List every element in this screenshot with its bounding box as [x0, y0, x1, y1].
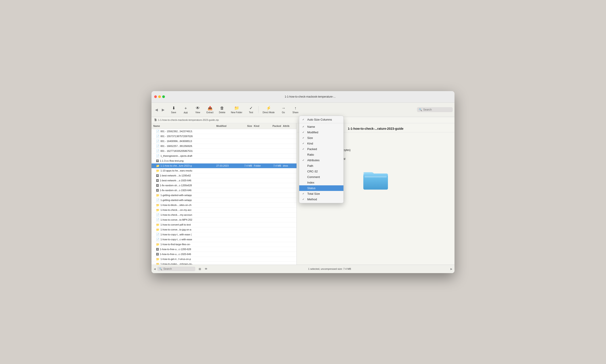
file-name-text: 1-how-to-convert-pdf-to-text — [161, 223, 191, 226]
table-row[interactable]: 📁 1-how-to-get-ri...f-virus-on-p — [151, 257, 296, 262]
minimize-button[interactable] — [158, 95, 161, 98]
menu-item-name[interactable]: ✓Name — [299, 124, 343, 130]
file-name-text: 1-how-to-copy-t...c-with-ease — [161, 238, 192, 241]
table-row[interactable]: 📄 1_theengineerin...ojects-draft — [151, 154, 296, 158]
table-row[interactable]: 📁 1-how-to-conve...to-jpg-on-a — [151, 227, 296, 232]
table-row[interactable]: 📁 1-how-to-find-large-files-on- — [151, 242, 296, 247]
col-header-size[interactable]: Size — [240, 125, 253, 127]
menu-label-packed: Packed — [307, 147, 317, 151]
col-header-packed[interactable]: Packed — [268, 125, 282, 127]
direct-mode-button[interactable]: ⚡ Direct Mode — [260, 105, 277, 115]
file-name-text: 1-how-to-check...-my-accoun — [161, 213, 192, 216]
table-row[interactable]: 📁 1-getting-started-with-setapp — [151, 193, 296, 198]
table-row[interactable]: 📄 1-how-to-conve...to-MP4-202 — [151, 218, 296, 222]
new-folder-label: New Folder — [231, 111, 242, 114]
table-row[interactable]: 📄 001 - 1557371387572097026 — [151, 134, 296, 139]
menu-item-auto-size-columns[interactable]: ✓Auto Size Columns — [299, 117, 343, 122]
menu-item-kind[interactable]: ✓Kind — [299, 141, 343, 146]
menu-item-status[interactable]: Status — [299, 185, 343, 191]
bottom-search[interactable]: 🔍 — [157, 267, 195, 271]
table-row[interactable]: 🖼 1-how-to-free-u...c-1200-628 — [151, 247, 296, 252]
direct-mode-icon: ⚡ — [266, 106, 271, 111]
file-name: 📄 001 - 16652257...991356928. — [151, 144, 215, 148]
file-icon: 📄 — [156, 233, 160, 236]
file-icon: 📄 — [156, 198, 160, 202]
bottom-search-input[interactable] — [163, 267, 188, 271]
bottom-tool-btn-2[interactable]: 👁 — [203, 266, 209, 272]
table-row[interactable]: 📄 001 - 16400996...843008513 — [151, 139, 296, 144]
table-row[interactable]: 📁 1-how-to-block-...sites-on-ch — [151, 203, 296, 208]
file-icon: 📁 — [156, 208, 160, 212]
menu-item-crc-32[interactable]: CRC-32 — [299, 169, 343, 174]
file-name-text: 1-getting-started-with-setapp — [161, 199, 192, 201]
menu-item-attributes[interactable]: ✓Attributes — [299, 157, 343, 163]
delete-button[interactable]: 🗑 Delete — [216, 105, 228, 115]
fullscreen-button[interactable] — [162, 95, 165, 98]
share-label: Share — [293, 111, 298, 114]
col-header-name[interactable]: Name — [151, 125, 215, 127]
file-name: 📁 1-how-to-find-large-files-on- — [151, 243, 215, 246]
back-button[interactable]: ◀ — [153, 106, 160, 113]
table-row[interactable]: 🖼 1-best-network-...ls-1200x62 — [151, 173, 296, 178]
file-name-text: 1-how-to-find-large-files-on- — [161, 243, 191, 246]
search-input[interactable] — [423, 108, 451, 111]
close-button[interactable] — [154, 95, 157, 98]
table-row[interactable]: 📄 001 - 16652257...991356928. — [151, 144, 296, 149]
file-name-text: 1-best-network-...ls-1200x62 — [160, 174, 191, 177]
table-row[interactable]: 📄 001 - 15562392...542374913. — [151, 129, 296, 134]
forward-button[interactable]: ▶ — [160, 106, 166, 113]
share-button[interactable]: ↑ Share — [290, 105, 301, 115]
test-button[interactable]: ✓ Test — [245, 105, 256, 115]
menu-label-modified: Modified — [307, 131, 318, 134]
table-row[interactable]: 🖼 1-how-to-free-u...c-1920-646 — [151, 252, 296, 257]
table-row[interactable]: 📁 1-how-to-check...-on-my-acc — [151, 208, 296, 213]
col-header-attrib[interactable]: Attrib — [282, 125, 296, 127]
file-icon: 🖼 — [156, 159, 159, 163]
menu-item-size[interactable]: ✓Size — [299, 135, 343, 141]
menu-check-auto-size-columns: ✓ — [302, 118, 306, 121]
add-button[interactable]: ＋ Add — [180, 104, 191, 115]
menu-item-ratio[interactable]: Ratio — [299, 152, 343, 157]
file-icon: 📄 — [156, 130, 160, 133]
bottom-tool-btn-1[interactable]: ⊞ — [197, 266, 202, 272]
expand-arrow[interactable]: ▶ — [152, 165, 155, 167]
table-row[interactable]: 📄 1-how-to-copy-t...c-with-ease — [151, 237, 296, 242]
table-row[interactable]: 📄 1-how-to-copy-t...with-ease ( — [151, 232, 296, 237]
file-name-text: 1-fix-random-sh...c-1200x628 — [160, 184, 192, 187]
toolbar-search[interactable]: 🔍 — [417, 107, 453, 112]
extract-button[interactable]: 📤 Extract — [204, 105, 216, 115]
menu-item-comment[interactable]: Comment — [299, 174, 343, 180]
file-name: 📁 1-how-to-get-ri...f-virus-on-p — [151, 258, 215, 261]
menu-item-total-size[interactable]: ✓Total Size — [299, 191, 343, 196]
menu-item-modified[interactable]: ✓Modified — [299, 130, 343, 135]
view-button[interactable]: 👁 View — [192, 105, 203, 115]
menu-item-path[interactable]: Path — [299, 163, 343, 169]
new-folder-button[interactable]: 📁 New Folder — [229, 105, 244, 115]
menu-item-packed[interactable]: ✓Packed — [299, 146, 343, 152]
file-name: 📁 1-how-to-block-...sites-on-ch — [151, 203, 215, 207]
table-row[interactable]: 📄 1-getting-started-with-setapp — [151, 198, 296, 203]
col-header-kind[interactable]: Kind — [253, 125, 268, 127]
file-name-text: 1-how-to-free-u...c-1920-646 — [160, 253, 191, 256]
file-list-body: 📄 001 - 15562392...542374913. 📄 001 - 15… — [151, 129, 296, 265]
table-row[interactable]: 🖼 1-fix-random-sh...c-1920-646 — [151, 188, 296, 193]
file-icon: 🖼 — [156, 174, 159, 177]
table-row[interactable]: 📁 1-how-to-make-...eshows-on- — [151, 262, 296, 265]
menu-item-method[interactable]: ✓Method — [299, 196, 343, 202]
file-name: 📁 1-how-to-make-...eshows-on- — [151, 262, 215, 265]
file-name-text: 1-1-3-cc-flow-test.png — [160, 159, 183, 162]
go-button[interactable]: → Go — [278, 105, 289, 115]
table-row[interactable]: 📄 1-how-to-check...-my-accoun — [151, 213, 296, 218]
table-row[interactable]: 🖼 1-best-network-...s-1920-646 — [151, 178, 296, 183]
table-row[interactable]: 🖼 1-fix-random-sh...c-1200x628 — [151, 183, 296, 188]
table-row[interactable]: 📁 1-10-apps-to-he...ears-resolu — [151, 168, 296, 173]
menu-item-index[interactable]: Index — [299, 180, 343, 185]
save-button[interactable]: ⬇ Save — [168, 105, 179, 115]
table-row[interactable]: 🖼 1-1-3-cc-flow-test.png — [151, 158, 296, 163]
table-row[interactable]: ▶ 📁 1-1-how-to-che...ture-2023-g 27.03.2… — [151, 163, 296, 168]
separator-1 — [258, 106, 258, 113]
col-header-modified[interactable]: Modified — [215, 125, 240, 127]
table-row[interactable]: 📁 1-how-to-convert-pdf-to-text — [151, 222, 296, 227]
table-row[interactable]: 📄 001 - 1627718335205867531 — [151, 149, 296, 154]
file-name: 📄 1-how-to-copy-t...c-with-ease — [151, 238, 215, 241]
